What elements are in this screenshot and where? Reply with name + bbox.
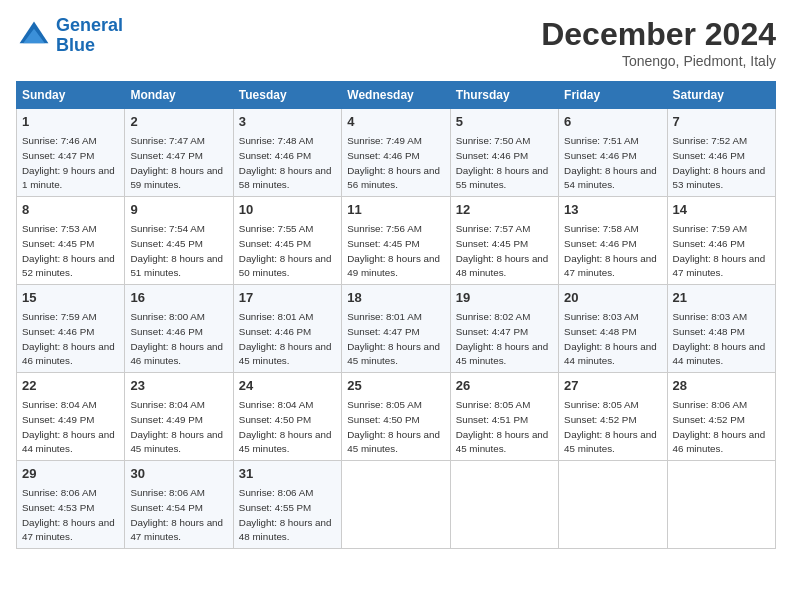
calendar-day-cell: 12Sunrise: 7:57 AMSunset: 4:45 PMDayligh… [450, 197, 558, 285]
page-header: GeneralBlue December 2024 Tonengo, Piedm… [16, 16, 776, 69]
day-info: Sunrise: 8:06 AMSunset: 4:54 PMDaylight:… [130, 487, 223, 542]
calendar-day-cell: 16Sunrise: 8:00 AMSunset: 4:46 PMDayligh… [125, 285, 233, 373]
logo: GeneralBlue [16, 16, 123, 56]
day-info: Sunrise: 8:06 AMSunset: 4:52 PMDaylight:… [673, 399, 766, 454]
day-number: 22 [22, 377, 119, 395]
calendar-day-cell: 29Sunrise: 8:06 AMSunset: 4:53 PMDayligh… [17, 461, 125, 549]
calendar-day-cell: 7Sunrise: 7:52 AMSunset: 4:46 PMDaylight… [667, 109, 775, 197]
day-number: 17 [239, 289, 336, 307]
location: Tonengo, Piedmont, Italy [541, 53, 776, 69]
day-info: Sunrise: 8:04 AMSunset: 4:49 PMDaylight:… [22, 399, 115, 454]
weekday-header-cell: Tuesday [233, 82, 341, 109]
calendar-day-cell: 30Sunrise: 8:06 AMSunset: 4:54 PMDayligh… [125, 461, 233, 549]
day-info: Sunrise: 8:01 AMSunset: 4:47 PMDaylight:… [347, 311, 440, 366]
logo-icon [16, 18, 52, 54]
day-number: 14 [673, 201, 770, 219]
calendar-day-cell: 4Sunrise: 7:49 AMSunset: 4:46 PMDaylight… [342, 109, 450, 197]
day-number: 15 [22, 289, 119, 307]
day-number: 9 [130, 201, 227, 219]
day-number: 30 [130, 465, 227, 483]
calendar-day-cell: 11Sunrise: 7:56 AMSunset: 4:45 PMDayligh… [342, 197, 450, 285]
calendar-day-cell: 27Sunrise: 8:05 AMSunset: 4:52 PMDayligh… [559, 373, 667, 461]
calendar-day-cell: 31Sunrise: 8:06 AMSunset: 4:55 PMDayligh… [233, 461, 341, 549]
calendar-day-cell: 1Sunrise: 7:46 AMSunset: 4:47 PMDaylight… [17, 109, 125, 197]
calendar-day-cell: 6Sunrise: 7:51 AMSunset: 4:46 PMDaylight… [559, 109, 667, 197]
calendar-day-cell: 3Sunrise: 7:48 AMSunset: 4:46 PMDaylight… [233, 109, 341, 197]
day-number: 12 [456, 201, 553, 219]
day-info: Sunrise: 8:06 AMSunset: 4:55 PMDaylight:… [239, 487, 332, 542]
weekday-header-cell: Monday [125, 82, 233, 109]
day-info: Sunrise: 7:53 AMSunset: 4:45 PMDaylight:… [22, 223, 115, 278]
calendar-day-cell: 24Sunrise: 8:04 AMSunset: 4:50 PMDayligh… [233, 373, 341, 461]
calendar-day-cell: 5Sunrise: 7:50 AMSunset: 4:46 PMDaylight… [450, 109, 558, 197]
calendar-day-cell: 17Sunrise: 8:01 AMSunset: 4:46 PMDayligh… [233, 285, 341, 373]
day-number: 11 [347, 201, 444, 219]
day-number: 28 [673, 377, 770, 395]
day-number: 23 [130, 377, 227, 395]
calendar-day-cell [559, 461, 667, 549]
calendar-week-row: 15Sunrise: 7:59 AMSunset: 4:46 PMDayligh… [17, 285, 776, 373]
calendar-day-cell [450, 461, 558, 549]
day-number: 31 [239, 465, 336, 483]
day-info: Sunrise: 8:03 AMSunset: 4:48 PMDaylight:… [673, 311, 766, 366]
logo-text: GeneralBlue [56, 16, 123, 56]
day-info: Sunrise: 7:55 AMSunset: 4:45 PMDaylight:… [239, 223, 332, 278]
day-info: Sunrise: 7:54 AMSunset: 4:45 PMDaylight:… [130, 223, 223, 278]
day-number: 19 [456, 289, 553, 307]
calendar-day-cell: 25Sunrise: 8:05 AMSunset: 4:50 PMDayligh… [342, 373, 450, 461]
day-info: Sunrise: 8:05 AMSunset: 4:52 PMDaylight:… [564, 399, 657, 454]
calendar-day-cell: 23Sunrise: 8:04 AMSunset: 4:49 PMDayligh… [125, 373, 233, 461]
calendar-week-row: 22Sunrise: 8:04 AMSunset: 4:49 PMDayligh… [17, 373, 776, 461]
calendar-day-cell: 13Sunrise: 7:58 AMSunset: 4:46 PMDayligh… [559, 197, 667, 285]
calendar-day-cell: 14Sunrise: 7:59 AMSunset: 4:46 PMDayligh… [667, 197, 775, 285]
day-info: Sunrise: 8:06 AMSunset: 4:53 PMDaylight:… [22, 487, 115, 542]
day-number: 6 [564, 113, 661, 131]
calendar-day-cell: 21Sunrise: 8:03 AMSunset: 4:48 PMDayligh… [667, 285, 775, 373]
day-info: Sunrise: 7:51 AMSunset: 4:46 PMDaylight:… [564, 135, 657, 190]
day-info: Sunrise: 8:00 AMSunset: 4:46 PMDaylight:… [130, 311, 223, 366]
day-number: 21 [673, 289, 770, 307]
day-number: 18 [347, 289, 444, 307]
title-area: December 2024 Tonengo, Piedmont, Italy [541, 16, 776, 69]
day-number: 24 [239, 377, 336, 395]
day-info: Sunrise: 8:04 AMSunset: 4:49 PMDaylight:… [130, 399, 223, 454]
calendar-day-cell: 10Sunrise: 7:55 AMSunset: 4:45 PMDayligh… [233, 197, 341, 285]
day-info: Sunrise: 8:03 AMSunset: 4:48 PMDaylight:… [564, 311, 657, 366]
day-number: 25 [347, 377, 444, 395]
calendar-day-cell: 19Sunrise: 8:02 AMSunset: 4:47 PMDayligh… [450, 285, 558, 373]
day-info: Sunrise: 7:59 AMSunset: 4:46 PMDaylight:… [673, 223, 766, 278]
day-number: 27 [564, 377, 661, 395]
day-number: 13 [564, 201, 661, 219]
weekday-header-row: SundayMondayTuesdayWednesdayThursdayFrid… [17, 82, 776, 109]
day-info: Sunrise: 7:52 AMSunset: 4:46 PMDaylight:… [673, 135, 766, 190]
calendar-day-cell [342, 461, 450, 549]
calendar-day-cell [667, 461, 775, 549]
day-info: Sunrise: 7:57 AMSunset: 4:45 PMDaylight:… [456, 223, 549, 278]
day-number: 8 [22, 201, 119, 219]
day-number: 20 [564, 289, 661, 307]
day-info: Sunrise: 7:50 AMSunset: 4:46 PMDaylight:… [456, 135, 549, 190]
calendar-day-cell: 26Sunrise: 8:05 AMSunset: 4:51 PMDayligh… [450, 373, 558, 461]
day-number: 29 [22, 465, 119, 483]
day-info: Sunrise: 7:58 AMSunset: 4:46 PMDaylight:… [564, 223, 657, 278]
day-info: Sunrise: 8:04 AMSunset: 4:50 PMDaylight:… [239, 399, 332, 454]
calendar-week-row: 8Sunrise: 7:53 AMSunset: 4:45 PMDaylight… [17, 197, 776, 285]
calendar-body: 1Sunrise: 7:46 AMSunset: 4:47 PMDaylight… [17, 109, 776, 549]
calendar-day-cell: 2Sunrise: 7:47 AMSunset: 4:47 PMDaylight… [125, 109, 233, 197]
weekday-header-cell: Sunday [17, 82, 125, 109]
calendar-table: SundayMondayTuesdayWednesdayThursdayFrid… [16, 81, 776, 549]
weekday-header-cell: Saturday [667, 82, 775, 109]
calendar-day-cell: 18Sunrise: 8:01 AMSunset: 4:47 PMDayligh… [342, 285, 450, 373]
day-info: Sunrise: 8:05 AMSunset: 4:50 PMDaylight:… [347, 399, 440, 454]
calendar-day-cell: 8Sunrise: 7:53 AMSunset: 4:45 PMDaylight… [17, 197, 125, 285]
month-title: December 2024 [541, 16, 776, 53]
calendar-day-cell: 9Sunrise: 7:54 AMSunset: 4:45 PMDaylight… [125, 197, 233, 285]
calendar-day-cell: 15Sunrise: 7:59 AMSunset: 4:46 PMDayligh… [17, 285, 125, 373]
day-info: Sunrise: 7:46 AMSunset: 4:47 PMDaylight:… [22, 135, 115, 190]
day-info: Sunrise: 7:47 AMSunset: 4:47 PMDaylight:… [130, 135, 223, 190]
weekday-header-cell: Friday [559, 82, 667, 109]
day-number: 16 [130, 289, 227, 307]
calendar-day-cell: 20Sunrise: 8:03 AMSunset: 4:48 PMDayligh… [559, 285, 667, 373]
day-info: Sunrise: 7:59 AMSunset: 4:46 PMDaylight:… [22, 311, 115, 366]
weekday-header-cell: Wednesday [342, 82, 450, 109]
